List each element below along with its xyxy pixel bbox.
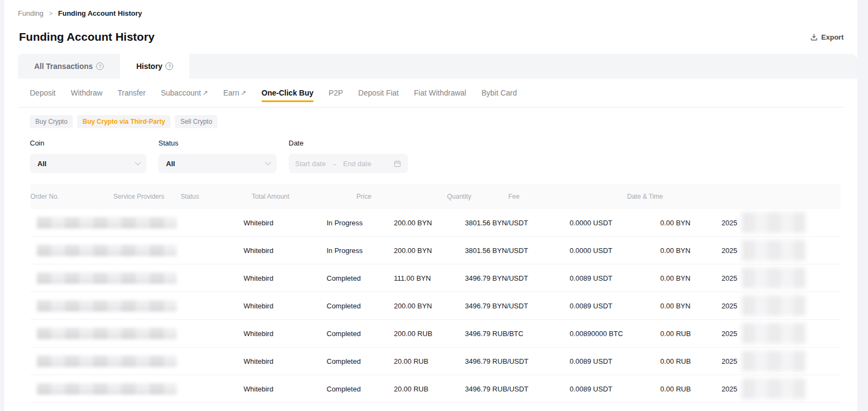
table-header: Order No. Service Providers Status Total… <box>30 184 840 209</box>
subtab-item[interactable]: Subaccount ↗ <box>161 79 208 107</box>
service-provider-cell: Whitebird <box>244 357 327 365</box>
breadcrumb-funding-link[interactable]: Funding <box>18 9 43 17</box>
subtab-item[interactable]: One-Click Buy <box>261 79 314 107</box>
coin-label: Coin <box>30 139 146 147</box>
subtab-label: Withdraw <box>71 88 102 97</box>
download-icon <box>810 33 818 41</box>
date-filter: Date Start date → End date <box>289 139 408 173</box>
quantity-cell: 0.0089 USDT <box>570 357 660 365</box>
table-row[interactable]: Whitebird Completed 200.00 BYN 3496.79 B… <box>30 292 840 320</box>
subtab-label: Deposit Fiat <box>358 88 399 97</box>
redacted-order-no <box>37 328 177 339</box>
total-amount-cell: 200.00 BYN <box>394 246 465 255</box>
order-no-cell <box>30 300 244 312</box>
table-row[interactable]: Whitebird In Progress 200.00 BYN 3801.56… <box>30 209 840 237</box>
chip[interactable]: Buy Crypto <box>30 115 73 128</box>
redacted-order-no <box>37 356 177 367</box>
chip[interactable]: Buy Crypto via Third-Party <box>77 115 170 128</box>
order-no-cell <box>30 273 244 284</box>
help-icon[interactable]: ? <box>165 62 173 70</box>
subtab-item[interactable]: Deposit <box>30 79 55 107</box>
redacted-date <box>742 240 806 261</box>
date-range-input[interactable]: Start date → End date <box>289 154 408 173</box>
fee-cell: 0.00 BYN <box>660 302 722 310</box>
end-date-placeholder[interactable]: End date <box>343 160 371 168</box>
redacted-date <box>742 351 806 371</box>
column-header: Fee <box>508 193 627 200</box>
subtab-item[interactable]: Fiat Withdrawal <box>414 79 466 107</box>
quantity-cell: 0.0089 USDT <box>570 385 660 393</box>
price-cell: 3496.79 RUB/USDT <box>465 357 570 365</box>
order-no-cell <box>30 328 244 339</box>
redacted-order-no <box>37 217 177 229</box>
export-button[interactable]: Export <box>810 33 844 41</box>
date-time-cell: 2025 <box>722 323 840 344</box>
breadcrumb-separator-icon: > <box>49 10 53 17</box>
status-select-value: All <box>166 160 175 168</box>
tab[interactable]: All Transactions ? <box>18 54 120 79</box>
page-title: Funding Account History <box>19 30 155 43</box>
status-cell: Completed <box>327 357 394 365</box>
date-year: 2025 <box>722 274 737 282</box>
subtab-item[interactable]: Transfer <box>118 79 146 107</box>
service-provider-cell: Whitebird <box>244 385 327 393</box>
subtab-item[interactable]: P2P <box>329 79 343 107</box>
table-row[interactable]: Whitebird Completed 111.00 BYN 3496.79 B… <box>30 264 840 292</box>
table-row[interactable]: Whitebird Completed 200.00 RUB 3496.79 R… <box>30 320 840 347</box>
redacted-date <box>742 295 806 316</box>
date-year: 2025 <box>722 330 737 338</box>
date-time-cell: 2025 <box>722 240 840 261</box>
fee-cell: 0.00 BYN <box>660 219 722 227</box>
transactions-table: Order No. Service Providers Status Total… <box>30 184 840 403</box>
date-time-cell: 2025 <box>722 295 840 316</box>
chip[interactable]: Sell Crypto <box>175 115 218 128</box>
tab[interactable]: History ? <box>120 54 189 79</box>
table-row[interactable]: Whitebird Completed 20.00 RUB 3496.79 RU… <box>30 347 840 375</box>
coin-select[interactable]: All <box>30 154 146 173</box>
coin-select-value: All <box>37 160 47 168</box>
subtab-label: Deposit <box>30 88 55 97</box>
column-header: Quantity <box>447 193 508 200</box>
table-row[interactable]: Whitebird In Progress 200.00 BYN 3801.56… <box>30 237 840 264</box>
subtab-label: Fiat Withdrawal <box>414 88 466 97</box>
total-amount-cell: 200.00 BYN <box>394 302 465 310</box>
tab-label: History <box>136 62 162 71</box>
date-time-cell: 2025 <box>722 378 840 399</box>
subtab-item[interactable]: Withdraw <box>71 79 102 107</box>
status-select[interactable]: All <box>158 154 277 173</box>
price-cell: 3496.79 RUB/BTC <box>465 330 570 338</box>
subtab-label: Earn <box>223 88 239 97</box>
title-row: Funding Account History Export <box>4 17 857 43</box>
help-icon[interactable]: ? <box>96 62 104 70</box>
column-header: Total Amount <box>252 193 356 200</box>
fee-cell: 0.00 RUB <box>660 357 722 365</box>
filters-row: Coin All Status All Date Start date → En… <box>30 139 857 173</box>
quantity-cell: 0.0000 USDT <box>570 219 660 227</box>
external-link-icon: ↗ <box>202 89 208 97</box>
chevron-down-icon <box>265 159 271 165</box>
subtab-item[interactable]: Earn ↗ <box>223 79 246 107</box>
date-time-cell: 2025 <box>722 212 840 233</box>
external-link-icon: ↗ <box>241 89 246 97</box>
redacted-order-no <box>37 300 177 312</box>
status-filter: Status All <box>158 139 277 173</box>
total-amount-cell: 200.00 RUB <box>394 330 465 338</box>
column-header: Service Providers <box>113 193 181 200</box>
subtab-item[interactable]: Deposit Fiat <box>358 79 399 107</box>
chip-label: Buy Crypto via Third-Party <box>82 118 165 125</box>
table-row[interactable]: Whitebird Completed 20.00 RUB 3496.79 RU… <box>30 375 840 403</box>
price-cell: 3801.56 BYN/USDT <box>465 219 570 227</box>
service-provider-cell: Whitebird <box>244 302 327 310</box>
redacted-date <box>742 212 806 233</box>
subtab-label: P2P <box>329 88 343 97</box>
service-provider-cell: Whitebird <box>244 219 327 227</box>
calendar-icon[interactable] <box>393 160 401 168</box>
status-cell: Completed <box>327 274 394 282</box>
start-date-placeholder[interactable]: Start date <box>295 160 326 168</box>
quantity-cell: 0.0000 USDT <box>570 246 660 255</box>
status-cell: In Progress <box>327 219 394 227</box>
redacted-date <box>742 323 806 344</box>
status-cell: Completed <box>327 302 394 310</box>
subtab-item[interactable]: Bybit Card <box>481 79 516 107</box>
total-amount-cell: 20.00 RUB <box>394 357 465 365</box>
